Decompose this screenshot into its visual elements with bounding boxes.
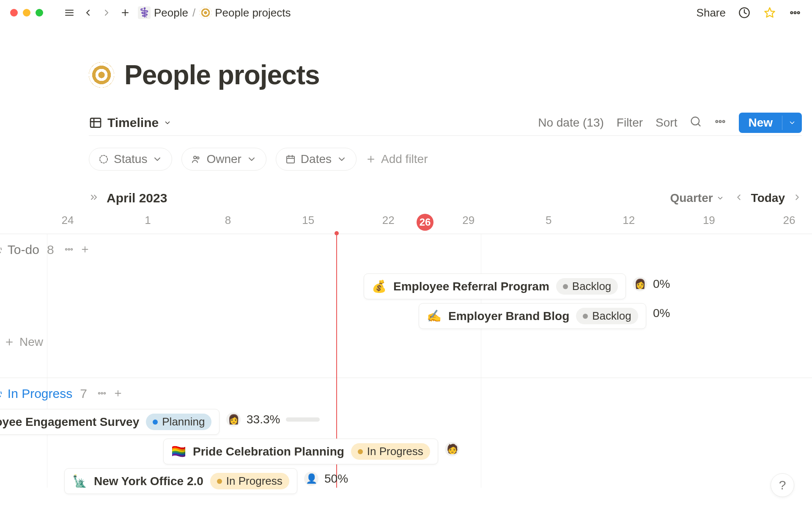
filter-pill-owner[interactable]: Owner <box>181 148 266 171</box>
prev-period-button[interactable] <box>734 191 743 205</box>
filter-row: Status Owner Dates Add filter <box>89 148 802 171</box>
status-icon <box>99 154 109 164</box>
timeline-card[interactable]: 🗽 New York Office 2.0 In Progress <box>64 468 297 494</box>
svg-point-16 <box>719 120 721 122</box>
group-header: ▼ To-do 8 <box>0 234 812 265</box>
card-icon: ✍️ <box>427 309 442 323</box>
avatar[interactable]: 🧑 <box>445 442 459 456</box>
card-icon: 💰 <box>372 279 387 293</box>
column-divider <box>47 234 47 488</box>
filter-pill-status[interactable]: Status <box>89 148 172 171</box>
timeline-card[interactable]: 🏳️‍🌈 Pride Celebration Planning In Progr… <box>163 439 438 464</box>
new-tab-button[interactable] <box>118 5 133 20</box>
svg-point-17 <box>723 120 725 122</box>
updates-icon[interactable] <box>738 6 751 19</box>
nav-back-button[interactable] <box>80 5 96 20</box>
svg-point-33 <box>101 392 103 394</box>
chevron-down-icon <box>152 154 162 164</box>
window-close-button[interactable] <box>10 9 18 17</box>
window-traffic-lights <box>10 9 43 17</box>
svg-rect-21 <box>287 156 294 163</box>
filter-pill-label: Status <box>114 152 147 166</box>
next-period-button[interactable] <box>793 191 802 205</box>
svg-point-19 <box>194 156 196 159</box>
sort-button[interactable]: Sort <box>656 116 677 130</box>
zoom-picker[interactable]: Quarter <box>670 191 724 205</box>
column-divider <box>481 234 481 488</box>
status-dot-icon <box>358 449 363 454</box>
filter-button[interactable]: Filter <box>617 116 643 130</box>
svg-point-20 <box>197 157 199 159</box>
add-filter-button[interactable]: Add filter <box>366 152 428 166</box>
svg-point-8 <box>794 12 796 14</box>
group-add-icon[interactable] <box>80 243 90 257</box>
help-button[interactable]: ? <box>771 473 794 497</box>
card-extras: 0% <box>653 306 670 320</box>
percent-label: 0% <box>653 306 670 320</box>
timeline-body[interactable]: ▼ To-do 8 💰 Employee Referral Program Ba… <box>0 234 812 488</box>
group-status-icon <box>0 245 2 254</box>
window-minimize-button[interactable] <box>23 9 30 17</box>
search-icon[interactable] <box>690 116 702 130</box>
page-title-row: People projects <box>89 59 802 91</box>
avatar[interactable]: 👩 <box>633 277 647 291</box>
svg-point-29 <box>71 248 72 250</box>
avatar[interactable]: 👩 <box>226 412 241 427</box>
chevron-down-icon <box>716 194 724 202</box>
svg-point-9 <box>798 12 800 14</box>
new-button: New <box>739 113 802 133</box>
view-more-icon[interactable] <box>714 116 726 130</box>
view-bar: Timeline No date (13) Filter Sort New <box>89 113 802 136</box>
svg-point-32 <box>99 392 100 394</box>
no-date-button[interactable]: No date (13) <box>538 116 604 130</box>
group-more-icon[interactable] <box>97 387 107 401</box>
day-tick: 8 <box>215 214 241 227</box>
status-dot-icon <box>563 284 568 289</box>
svg-line-14 <box>698 124 700 126</box>
timeline-card[interactable]: ✍️ Employer Brand Blog Backlog <box>419 303 646 329</box>
filter-pill-dates[interactable]: Dates <box>276 148 357 171</box>
expand-left-icon[interactable] <box>89 191 99 205</box>
new-button-dropdown[interactable] <box>782 116 802 130</box>
breadcrumb-parent[interactable]: ⚕️ People <box>138 6 188 19</box>
day-tick: 26 <box>776 214 802 227</box>
breadcrumb-parent-icon: ⚕️ <box>138 6 151 19</box>
window-zoom-button[interactable] <box>36 9 43 17</box>
timeline-card[interactable]: 💌 Employee Engagement Survey Planning <box>0 409 219 435</box>
view-picker[interactable]: Timeline <box>89 116 171 130</box>
avatar[interactable]: 👤 <box>304 472 318 486</box>
group-name[interactable]: In Progress <box>8 387 72 401</box>
share-button[interactable]: Share <box>697 6 726 19</box>
breadcrumb-current[interactable]: People projects <box>200 6 291 19</box>
svg-point-34 <box>104 392 106 394</box>
topbar: ⚕️ People / People projects Share <box>0 0 812 25</box>
day-tick: 15 <box>296 214 321 227</box>
status-badge: In Progress <box>351 443 430 460</box>
group-name[interactable]: To-do <box>8 243 39 257</box>
breadcrumb-current-label: People projects <box>215 6 291 19</box>
card-icon: 🗽 <box>72 474 87 488</box>
topbar-right: Share <box>697 6 802 19</box>
timeline-card[interactable]: 💰 Employee Referral Program Backlog <box>364 273 626 299</box>
nav-forward-button[interactable] <box>99 5 114 20</box>
today-button[interactable]: Today <box>751 191 785 205</box>
plus-icon <box>366 154 376 164</box>
breadcrumb-parent-label: People <box>154 6 188 19</box>
status-dot-icon <box>217 479 222 484</box>
card-extras: 👩0% <box>633 277 670 291</box>
page-icon[interactable] <box>89 62 114 88</box>
group-more-icon[interactable] <box>64 243 74 257</box>
card-icon: 🏳️‍🌈 <box>171 444 186 458</box>
sidebar-toggle-icon[interactable] <box>62 5 77 20</box>
percent-label: 0% <box>653 277 670 291</box>
new-button-main[interactable]: New <box>739 113 782 133</box>
day-tick: 24 <box>55 214 80 227</box>
view-name: Timeline <box>107 116 159 130</box>
group-add-icon[interactable] <box>113 387 123 401</box>
favorite-star-icon[interactable] <box>763 6 776 19</box>
card-title: New York Office 2.0 <box>94 475 203 488</box>
new-row-button[interactable]: New <box>0 327 43 357</box>
percent-label: 33.3% <box>247 413 280 426</box>
more-menu-icon[interactable] <box>788 6 802 19</box>
page-title[interactable]: People projects <box>124 59 320 91</box>
